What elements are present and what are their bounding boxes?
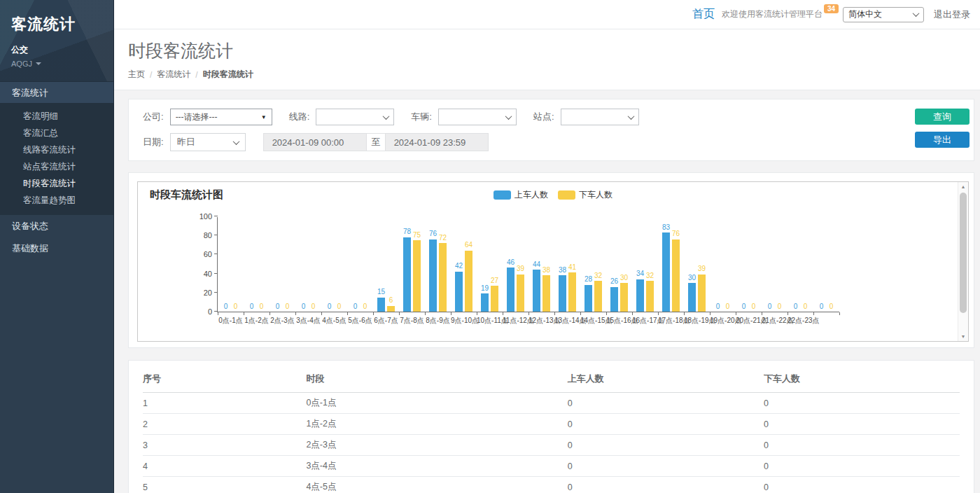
sidebar-item-站点客流统计[interactable]: 站点客流统计 bbox=[0, 158, 113, 175]
sidebar-item-客流汇总[interactable]: 客流汇总 bbox=[0, 125, 113, 141]
bar-group-22点-23点: 00 bbox=[788, 216, 813, 312]
bar-column: 44 bbox=[533, 216, 540, 312]
breadcrumb-separator: / bbox=[150, 70, 152, 80]
bar-value-label: 38 bbox=[542, 266, 550, 275]
legend-item-上车人数[interactable]: 上车人数 bbox=[493, 189, 548, 201]
x-axis-tick bbox=[425, 312, 426, 315]
bar-group-4点-5点: 00 bbox=[321, 216, 347, 312]
bar-column: 32 bbox=[594, 216, 602, 312]
bar-column: 0 bbox=[335, 216, 343, 312]
company-select[interactable]: ---请选择--- ▼ bbox=[170, 109, 272, 125]
bar-value-label: 0 bbox=[752, 303, 756, 312]
legend-item-下车人数[interactable]: 下车人数 bbox=[558, 189, 612, 201]
org-code-dropdown[interactable]: AQGJ bbox=[11, 60, 102, 68]
bar-value-label: 46 bbox=[507, 258, 514, 268]
sidebar-section-客流统计[interactable]: 客流统计 bbox=[0, 81, 113, 103]
bar-value-label: 0 bbox=[830, 303, 834, 312]
sidebar-item-基础数据[interactable]: 基础数据 bbox=[0, 237, 113, 260]
bar-column: 46 bbox=[507, 216, 514, 312]
line-label: 线路: bbox=[289, 111, 310, 123]
breadcrumb-section[interactable]: 客流统计 bbox=[157, 69, 190, 81]
bar-value-label: 0 bbox=[778, 303, 782, 312]
bar-上车人数 bbox=[507, 268, 514, 312]
bar-group-2点-3点: 00 bbox=[270, 216, 295, 312]
bar-column: 0 bbox=[351, 216, 359, 312]
bar-value-label: 30 bbox=[620, 274, 628, 283]
language-select[interactable]: 简体中文 bbox=[843, 7, 924, 22]
table-header-序号: 序号 bbox=[143, 365, 306, 393]
table-cell: 3点-4点 bbox=[306, 456, 567, 477]
station-label: 站点: bbox=[533, 111, 554, 123]
bar-column: 0 bbox=[274, 216, 281, 312]
x-axis-tick bbox=[270, 312, 270, 315]
hourly-flow-table: 序号时段上车人数下车人数 10点-1点0021点-2点0032点-3点0043点… bbox=[143, 365, 960, 493]
bar-column: 0 bbox=[300, 216, 307, 312]
x-axis-tick bbox=[244, 312, 244, 315]
bar-value-label: 76 bbox=[429, 230, 437, 239]
app-logo-block: 客流统计 公交 AQGJ bbox=[0, 0, 113, 81]
date-preset-select[interactable]: 昨日 bbox=[170, 133, 246, 151]
x-axis-tick bbox=[684, 312, 685, 315]
bar-下车人数 bbox=[491, 286, 498, 312]
sidebar-item-时段客流统计[interactable]: 时段客流统计 bbox=[0, 175, 113, 192]
bar-上车人数 bbox=[533, 270, 540, 312]
query-button[interactable]: 查询 bbox=[915, 109, 969, 125]
scrollbar-thumb[interactable] bbox=[960, 193, 967, 313]
app-title: 客流统计 bbox=[11, 14, 102, 35]
date-from-input[interactable]: 2024-01-09 00:00 bbox=[263, 133, 367, 151]
sidebar-item-客流明细[interactable]: 客流明细 bbox=[0, 108, 113, 125]
table-row: 32点-3点00 bbox=[143, 435, 960, 456]
y-axis-label: 40 bbox=[187, 270, 212, 278]
sidebar-item-设备状态[interactable]: 设备状态 bbox=[0, 215, 113, 237]
bar-group-11点-12点: 4639 bbox=[503, 216, 528, 312]
bar-group-9点-10点: 4264 bbox=[451, 216, 477, 312]
bar-group-5点-6点: 00 bbox=[347, 216, 373, 312]
bar-下车人数 bbox=[387, 306, 395, 312]
x-axis-tick bbox=[528, 312, 529, 315]
bar-column: 0 bbox=[284, 216, 291, 312]
date-to-input[interactable]: 2024-01-09 23:59 bbox=[385, 133, 489, 151]
chevron-down-icon bbox=[505, 113, 512, 120]
home-link[interactable]: 首页 bbox=[692, 7, 715, 22]
bar-column: 19 bbox=[481, 216, 489, 312]
table-cell: 0 bbox=[764, 456, 960, 477]
station-select[interactable] bbox=[561, 109, 639, 125]
bar-下车人数 bbox=[646, 281, 654, 312]
bar-value-label: 26 bbox=[610, 277, 618, 286]
bar-group-6点-7点: 156 bbox=[373, 216, 399, 312]
bar-value-label: 30 bbox=[688, 274, 696, 283]
export-button[interactable]: 导出 bbox=[915, 132, 969, 148]
vehicle-select[interactable] bbox=[438, 109, 517, 125]
chart-legend: 上车人数下车人数 bbox=[493, 189, 612, 201]
x-axis-tick bbox=[451, 312, 451, 315]
x-axis-label: 22点-23点 bbox=[788, 316, 813, 326]
chart-vertical-scrollbar[interactable]: ▲ ▼ bbox=[958, 182, 968, 341]
bar-value-label: 39 bbox=[517, 265, 524, 274]
sidebar-item-线路客流统计[interactable]: 线路客流统计 bbox=[0, 141, 113, 158]
x-axis-label: 2点-3点 bbox=[270, 316, 295, 326]
scroll-up-icon[interactable]: ▲ bbox=[958, 184, 968, 189]
table-cell: 0 bbox=[568, 393, 764, 414]
bar-column: 0 bbox=[740, 216, 748, 312]
org-name: 公交 bbox=[11, 44, 102, 56]
sidebar-item-客流量趋势图[interactable]: 客流量趋势图 bbox=[0, 192, 113, 209]
logout-link[interactable]: 退出登录 bbox=[934, 8, 970, 21]
bar-value-label: 0 bbox=[768, 303, 772, 312]
legend-swatch-icon bbox=[493, 190, 511, 200]
breadcrumb-home[interactable]: 主页 bbox=[128, 69, 145, 81]
bar-column: 32 bbox=[646, 216, 654, 312]
table-cell: 0 bbox=[764, 477, 960, 493]
bar-column: 72 bbox=[439, 216, 447, 312]
bar-value-label: 0 bbox=[250, 303, 254, 312]
bar-column: 39 bbox=[517, 216, 524, 312]
chart-panel: 时段车流统计图 上车人数下车人数 020406080100000点-1点001点… bbox=[128, 172, 974, 348]
x-axis-tick bbox=[710, 312, 710, 315]
bar-上车人数 bbox=[429, 239, 437, 312]
notification-badge: 34 bbox=[824, 4, 839, 13]
bar-下车人数 bbox=[439, 243, 447, 312]
scroll-down-icon[interactable]: ▼ bbox=[958, 334, 968, 339]
bar-value-label: 28 bbox=[584, 275, 592, 284]
line-select[interactable] bbox=[316, 109, 394, 125]
x-axis-label: 7点-8点 bbox=[399, 316, 425, 326]
bar-group-23点-24点: 00 bbox=[813, 216, 839, 312]
